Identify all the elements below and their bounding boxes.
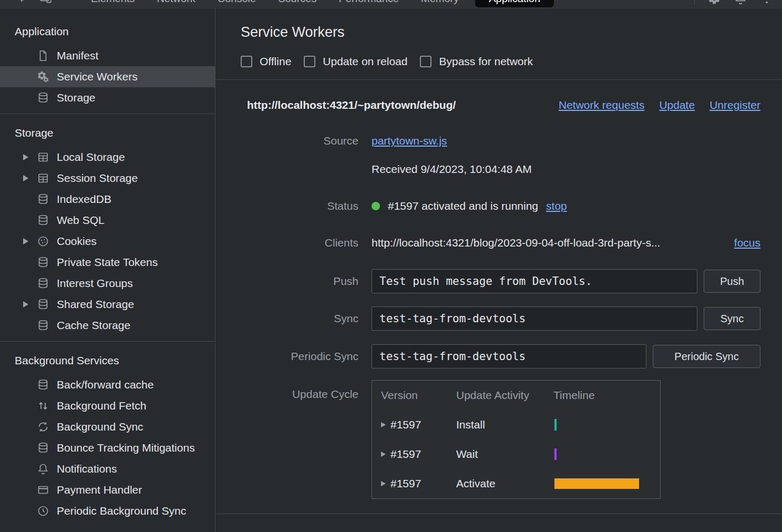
offline-checkbox-group[interactable]: Offline xyxy=(241,55,291,68)
devtools-window: Elements Network Console Sources Perform… xyxy=(0,0,782,532)
push-message-input[interactable] xyxy=(372,269,697,293)
database-icon xyxy=(37,193,49,206)
service-worker-icon xyxy=(37,70,49,83)
sidebar-item-manifest[interactable]: Manifest xyxy=(0,45,215,66)
database-icon xyxy=(37,378,49,391)
source-file-link[interactable]: partytown-sw.js xyxy=(372,135,447,147)
expand-arrow-icon[interactable] xyxy=(381,422,386,427)
sidebar-item-cookies[interactable]: Cookies xyxy=(0,231,215,252)
clients-label: Clients xyxy=(215,237,358,249)
sync-icon xyxy=(37,421,49,433)
sidebar-divider xyxy=(0,341,215,342)
tab-performance[interactable]: Performance xyxy=(328,0,410,5)
periodic-sync-row: Periodic Sync Periodic Sync xyxy=(215,344,760,369)
install-timeline-tick xyxy=(554,419,557,431)
sync-row: Sync Sync xyxy=(215,306,760,331)
push-button[interactable]: Push xyxy=(704,270,760,293)
client-url: http://localhost:4321/blog/2023-09-04-of… xyxy=(372,237,660,249)
sync-tag-input[interactable] xyxy=(372,306,697,331)
section-title-storage: Storage xyxy=(0,119,215,147)
toolbar-separator xyxy=(694,0,695,5)
sidebar-item-background-sync[interactable]: Background Sync xyxy=(0,416,215,437)
sidebar-item-session-storage[interactable]: Session Storage xyxy=(0,168,215,189)
sidebar-item-web-sql[interactable]: Web SQL xyxy=(0,210,215,231)
sidebar-item-background-fetch[interactable]: Background Fetch xyxy=(0,395,215,416)
sidebar-item-local-storage[interactable]: Local Storage xyxy=(0,147,215,168)
update-link[interactable]: Update xyxy=(659,99,695,111)
offline-checkbox[interactable] xyxy=(241,56,252,67)
focus-link[interactable]: focus xyxy=(734,237,760,249)
update-cycle-install-row[interactable]: #1597 Install xyxy=(372,410,660,439)
more-options-icon[interactable] xyxy=(760,0,774,5)
database-icon xyxy=(37,277,49,290)
expand-arrow-icon[interactable] xyxy=(23,175,28,181)
settings-gear-icon[interactable] xyxy=(707,0,721,5)
column-header-timeline: Timeline xyxy=(553,389,660,402)
expand-arrow-icon[interactable] xyxy=(23,154,28,160)
update-on-reload-checkbox-group[interactable]: Update on reload xyxy=(304,55,407,68)
update-cycle-activate-row[interactable]: #1597 Activate xyxy=(372,469,660,498)
status-text: #1597 activated and is running xyxy=(388,200,538,212)
sync-button[interactable]: Sync xyxy=(704,307,760,330)
wait-timeline-tick xyxy=(554,448,557,460)
bypass-for-network-checkbox[interactable] xyxy=(420,56,431,67)
expand-arrow-icon[interactable] xyxy=(381,481,386,486)
payment-card-icon xyxy=(37,484,49,496)
sidebar-item-payment-handler[interactable]: Payment Handler xyxy=(0,479,215,500)
sidebar-item-storage[interactable]: Storage xyxy=(0,87,215,108)
sidebar-item-bounce-tracking-mitigations[interactable]: Bounce Tracking Mitigations xyxy=(0,437,215,458)
worker-origin-url: http://localhost:4321/~partytown/debug/ xyxy=(247,99,456,111)
status-label: Status xyxy=(215,200,358,212)
bell-icon xyxy=(37,463,49,475)
devtools-tab-bar: Elements Network Console Sources Perform… xyxy=(0,0,782,8)
expand-arrow-icon[interactable] xyxy=(381,452,386,457)
sidebar-divider xyxy=(0,114,215,114)
database-icon xyxy=(37,256,49,269)
tab-application[interactable]: Application xyxy=(475,0,554,7)
periodic-sync-button[interactable]: Periodic Sync xyxy=(653,345,760,368)
page-title: Service Workers xyxy=(241,24,760,40)
sidebar-item-private-state-tokens[interactable]: Private State Tokens xyxy=(0,252,215,273)
update-on-reload-checkbox[interactable] xyxy=(304,56,315,67)
sidebar-item-cache-storage[interactable]: Cache Storage xyxy=(0,315,215,336)
sidebar-item-notifications[interactable]: Notifications xyxy=(0,458,215,479)
table-icon xyxy=(37,151,49,163)
received-row: Received 9/4/2023, 10:04:48 AM xyxy=(215,163,760,176)
tab-network[interactable]: Network xyxy=(146,0,206,5)
sidebar-item-interest-groups[interactable]: Interest Groups xyxy=(0,273,215,294)
tab-sources[interactable]: Sources xyxy=(267,0,327,5)
update-cycle-wait-row[interactable]: #1597 Wait xyxy=(372,439,660,469)
expand-arrow-icon[interactable] xyxy=(23,301,28,308)
sidebar-item-back-forward-cache[interactable]: Back/forward cache xyxy=(0,374,215,395)
bypass-for-network-checkbox-group[interactable]: Bypass for network xyxy=(420,55,533,68)
notifications-bell-icon[interactable] xyxy=(734,0,747,5)
panel-tabs: Elements Network Console Sources Perform… xyxy=(80,0,554,7)
push-label: Push xyxy=(215,275,358,288)
unregister-link[interactable]: Unregister xyxy=(709,99,760,111)
tab-elements[interactable]: Elements xyxy=(80,0,146,5)
periodic-sync-tag-input[interactable] xyxy=(372,344,646,369)
expand-arrow-icon[interactable] xyxy=(23,238,28,244)
tab-memory[interactable]: Memory xyxy=(410,0,470,5)
status-running-dot xyxy=(372,202,380,210)
update-cycle-table-header: Version Update Activity Timeline xyxy=(372,381,660,410)
section-title-background-services: Background Services xyxy=(0,347,215,374)
sidebar-item-indexeddb[interactable]: IndexedDB xyxy=(0,189,215,210)
sidebar-item-periodic-background-sync[interactable]: Periodic Background Sync xyxy=(0,500,215,521)
update-cycle-label: Update Cycle xyxy=(215,380,358,401)
update-cycle-table: Version Update Activity Timeline #1597 I… xyxy=(372,380,661,499)
sync-label: Sync xyxy=(215,312,358,325)
inspect-element-icon[interactable] xyxy=(13,0,26,5)
sidebar-item-service-workers[interactable]: Service Workers xyxy=(0,66,215,87)
column-header-update-activity: Update Activity xyxy=(456,389,553,402)
status-row: Status #1597 activated and is running st… xyxy=(215,200,760,212)
sidebar-item-shared-storage[interactable]: Shared Storage xyxy=(0,294,215,315)
stop-link[interactable]: stop xyxy=(546,200,567,212)
section-title-application: Application xyxy=(0,18,215,45)
table-icon xyxy=(37,172,49,185)
device-toolbar-icon[interactable] xyxy=(39,0,53,5)
cookie-icon xyxy=(37,235,49,248)
document-icon xyxy=(37,49,49,62)
network-requests-link[interactable]: Network requests xyxy=(559,99,644,111)
tab-console[interactable]: Console xyxy=(207,0,267,5)
